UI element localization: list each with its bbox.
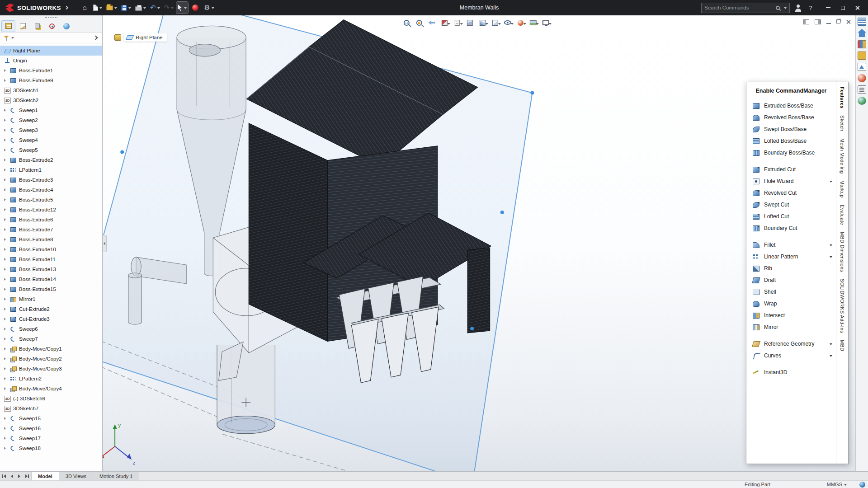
last-tab-button[interactable] [24,473,29,479]
manager-tab[interactable] [16,21,29,32]
tree-item[interactable]: Sweep6 [0,324,102,334]
command-manager-title[interactable]: Enable CommandManager [746,86,836,100]
tree-item[interactable]: LPattern2 [0,374,102,384]
expand-arrow-icon[interactable] [4,188,8,191]
doc-control-icon[interactable] [803,19,809,24]
heads-up-button[interactable] [439,18,450,28]
search-input[interactable] [704,5,773,10]
minimize-button[interactable] [821,1,835,14]
command-button[interactable]: Wrap [746,298,836,310]
heads-up-button[interactable] [514,18,526,28]
graphics-viewport[interactable]: y x z [103,15,855,471]
dropdown-caret-icon[interactable] [523,23,526,26]
expand-arrow-icon[interactable] [4,149,8,151]
command-manager-tab[interactable]: MBD [840,340,845,351]
help-button[interactable]: ? [807,5,815,11]
tree-item[interactable]: Cut-Extrude2 [0,304,102,314]
dropdown-caret-icon[interactable] [485,23,488,26]
tree-item[interactable]: Sweep16 [0,423,102,433]
breadcrumb-sketch-icon[interactable] [114,34,121,41]
command-button[interactable]: Lofted Cut [746,211,836,222]
panel-expand-arrow-icon[interactable] [92,35,99,41]
filter-caret-icon[interactable] [11,37,14,40]
document-tab[interactable]: 3D Views [59,472,93,480]
tree-item[interactable]: Boss-Extrude13 [0,264,102,274]
dropdown-caret-icon[interactable] [510,23,513,26]
tree-item[interactable]: Sweep1 [0,105,102,115]
expand-arrow-icon[interactable] [4,238,8,241]
toolbar-button[interactable] [79,2,90,14]
expand-arrow-icon[interactable] [4,288,8,291]
command-button[interactable]: Draft [746,274,836,286]
tree-item[interactable]: Boss-Extrude3 [0,175,102,185]
expand-arrow-icon[interactable] [4,417,8,420]
expand-arrow-icon[interactable] [4,367,8,370]
tree-item[interactable]: 3DSketch7 [0,404,102,413]
task-pane-icon[interactable] [858,85,866,94]
tree-item[interactable]: Boss-Extrude9 [0,75,102,85]
command-manager-tab[interactable]: MBD Dimensions [840,232,845,272]
toolbar-button[interactable] [189,2,201,14]
command-button[interactable]: Mirror [746,321,836,333]
tree-item[interactable]: Boss-Extrude5 [0,195,102,205]
dropdown-caret-icon[interactable] [830,244,832,248]
dropdown-caret-icon[interactable] [447,23,450,26]
expand-arrow-icon[interactable] [4,228,8,231]
tree-item[interactable]: (-) 3DSketch6 [0,394,102,404]
expand-arrow-icon[interactable] [4,387,8,390]
tree-item[interactable]: Boss-Extrude2 [0,155,102,165]
tree-item[interactable]: Boss-Extrude8 [0,235,102,244]
maximize-button[interactable] [835,1,850,14]
command-button[interactable]: Extruded Boss/Base [746,100,836,112]
dropdown-caret-icon[interactable] [830,343,832,347]
task-pane-icon[interactable] [858,18,866,26]
tree-item[interactable]: LPattern1 [0,165,102,175]
toolbar-button[interactable] [163,2,175,14]
expand-arrow-icon[interactable] [4,268,8,271]
tree-item[interactable]: Sweep15 [0,413,102,423]
previous-tab-button[interactable] [9,473,15,479]
search-icon[interactable] [776,6,780,10]
tree-item[interactable]: 3DSketch1 [0,85,102,95]
heads-up-button[interactable] [413,18,425,28]
heads-up-button[interactable] [527,18,538,28]
command-manager-tab[interactable]: Sketch [840,115,845,131]
toolbar-button[interactable] [105,2,118,14]
expand-arrow-icon[interactable] [4,69,8,72]
manager-tab[interactable] [2,21,15,32]
filter-funnel-icon[interactable] [4,35,9,41]
manager-tab[interactable] [60,21,73,32]
tree-item[interactable]: Boss-Extrude11 [0,254,102,264]
tree-item[interactable]: Cut-Extrude3 [0,314,102,324]
command-manager-tab[interactable]: Features [840,87,845,108]
heads-up-button[interactable] [426,18,437,28]
tree-item[interactable]: 3DSketch2 [0,95,102,105]
expand-arrow-icon[interactable] [4,139,8,141]
command-button[interactable]: Boundary Boss/Base [746,147,836,159]
tree-item[interactable]: Sweep5 [0,145,102,155]
tree-item[interactable]: Boss-Extrude15 [0,284,102,294]
task-pane-icon[interactable] [858,63,866,71]
tree-item[interactable]: Sweep3 [0,125,102,135]
command-button[interactable]: Swept Boss/Base [746,123,836,135]
command-button[interactable]: Fillet [746,239,836,251]
expand-arrow-icon[interactable] [4,308,8,310]
manager-tab[interactable] [45,21,58,32]
command-button[interactable]: Swept Cut [746,199,836,211]
expand-arrow-icon[interactable] [4,198,8,201]
task-pane-icon[interactable] [858,74,866,82]
command-button[interactable]: Boundary Cut [746,222,836,234]
heads-up-button[interactable] [489,18,500,28]
tree-item[interactable]: Boss-Extrude1 [0,66,102,75]
tree-item[interactable]: Right Plane [0,46,102,56]
tree-item[interactable]: Boss-Extrude7 [0,225,102,235]
command-button[interactable]: Shell [746,286,836,298]
units-selector[interactable]: MMGS [827,482,847,487]
heads-up-button[interactable] [502,18,513,28]
tree-item[interactable]: Sweep18 [0,443,102,453]
expand-arrow-icon[interactable] [4,347,8,350]
command-button[interactable]: Revolved Cut [746,187,836,199]
dropdown-caret-icon[interactable] [99,7,102,10]
dropdown-caret-icon[interactable] [157,7,160,10]
doc-control-icon[interactable] [836,19,840,23]
